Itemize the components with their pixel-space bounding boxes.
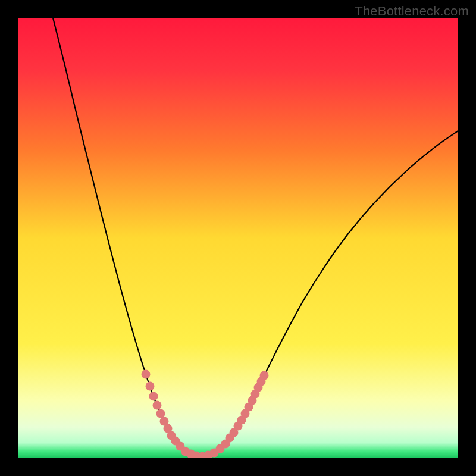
watermark-text: TheBottleneck.com (355, 4, 469, 19)
curve-marker (156, 409, 165, 418)
curve-markers (142, 370, 269, 459)
plot-area (18, 18, 458, 458)
curve-marker (260, 371, 269, 380)
curve-marker (142, 370, 151, 379)
curve-marker (146, 382, 155, 391)
curve-marker (149, 392, 158, 401)
curve-layer (18, 18, 458, 458)
chart-frame: TheBottleneck.com (0, 0, 476, 476)
curve-marker (153, 401, 162, 410)
